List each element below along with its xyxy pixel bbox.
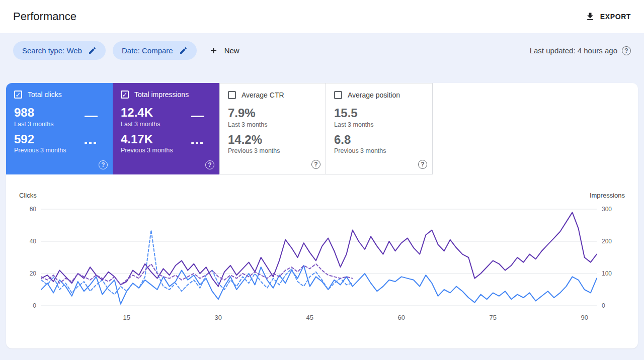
svg-text:45: 45 [306, 314, 313, 321]
metric-tile-average-ctr[interactable]: Average CTR 7.9% Last 3 months 14.2% Pre… [219, 83, 326, 174]
secondary-value: 6.8 [334, 133, 386, 147]
primary-caption: Last 3 months [121, 121, 160, 128]
primary-value: 988 [14, 106, 54, 120]
secondary-caption: Previous 3 months [334, 147, 386, 154]
primary-value: 7.9% [228, 106, 268, 120]
impressions-axis-title: Impressions [590, 192, 625, 199]
chip-search-type-label: Search type: Web [22, 46, 82, 55]
performance-card: Total clicks 988 Last 3 months 592 Previ… [6, 83, 638, 348]
checkbox-total-clicks[interactable] [14, 91, 22, 99]
secondary-caption: Previous 3 months [228, 147, 280, 154]
checkbox-average-position[interactable] [334, 91, 342, 99]
secondary-value: 592 [14, 132, 66, 146]
pencil-icon [88, 46, 97, 55]
metric-tile-average-position[interactable]: Average position 15.5 Last 3 months 6.8 … [326, 83, 433, 174]
metric-tile-total-impressions[interactable]: Total impressions 12.4K Last 3 months 4.… [113, 83, 219, 174]
export-label: EXPORT [600, 13, 631, 21]
secondary-caption: Previous 3 months [14, 147, 66, 154]
solid-line-indicator [85, 116, 98, 117]
series-clicks-previous [41, 230, 353, 295]
primary-caption: Last 3 months [14, 121, 54, 128]
last-updated: Last updated: 4 hours ago ? [530, 46, 631, 55]
new-filter-label: New [224, 46, 239, 55]
app-header: Performance EXPORT [0, 0, 644, 33]
plus-icon [209, 46, 218, 55]
help-icon[interactable]: ? [622, 46, 631, 55]
chip-search-type[interactable]: Search type: Web [13, 41, 106, 60]
primary-caption: Last 3 months [228, 121, 268, 128]
metric-tile-total-clicks[interactable]: Total clicks 988 Last 3 months 592 Previ… [6, 83, 113, 174]
secondary-value: 14.2% [228, 133, 280, 147]
svg-text:60: 60 [30, 206, 37, 213]
svg-text:200: 200 [602, 238, 612, 245]
chip-date-compare[interactable]: Date: Compare [113, 41, 197, 60]
help-icon[interactable]: ? [99, 160, 108, 169]
primary-value: 15.5 [334, 106, 374, 120]
primary-value: 12.4K [121, 106, 160, 120]
svg-text:40: 40 [30, 238, 37, 245]
chart-section: Clicks Impressions 002010040200603001530… [6, 174, 638, 323]
filter-bar: Search type: Web Date: Compare New Last … [0, 33, 644, 60]
svg-text:100: 100 [602, 270, 612, 277]
new-filter-button[interactable]: New [209, 46, 239, 55]
svg-text:30: 30 [215, 314, 222, 321]
primary-caption: Last 3 months [334, 121, 374, 128]
export-button[interactable]: EXPORT [585, 12, 631, 22]
svg-text:0: 0 [602, 302, 605, 309]
tile-label: Total impressions [134, 91, 189, 99]
dashed-line-indicator [85, 142, 98, 144]
dashed-line-indicator [191, 142, 204, 144]
checkbox-total-impressions[interactable] [121, 91, 129, 99]
help-icon[interactable]: ? [205, 160, 214, 169]
secondary-caption: Previous 3 months [121, 147, 173, 154]
chip-date-compare-label: Date: Compare [122, 46, 173, 55]
pencil-icon [179, 46, 188, 55]
metric-tiles: Total clicks 988 Last 3 months 592 Previ… [6, 83, 638, 174]
svg-text:75: 75 [490, 314, 497, 321]
help-icon[interactable]: ? [418, 160, 427, 169]
svg-text:20: 20 [30, 270, 37, 277]
tile-label: Total clicks [28, 91, 62, 99]
solid-line-indicator [191, 116, 204, 117]
svg-text:15: 15 [123, 314, 130, 321]
secondary-value: 4.17K [121, 132, 173, 146]
svg-text:300: 300 [602, 206, 612, 213]
last-updated-text: Last updated: 4 hours ago [530, 46, 617, 55]
svg-text:60: 60 [398, 314, 405, 321]
svg-text:90: 90 [581, 314, 588, 321]
clicks-axis-title: Clicks [19, 192, 37, 199]
help-icon[interactable]: ? [311, 160, 320, 169]
performance-chart: 00201004020060300153045607590 [18, 203, 626, 323]
tile-label: Average CTR [242, 91, 284, 99]
series-clicks-current [41, 265, 597, 304]
tile-label: Average position [348, 91, 400, 99]
page-title: Performance [13, 10, 76, 23]
svg-text:0: 0 [33, 302, 36, 309]
checkbox-average-ctr[interactable] [228, 91, 236, 99]
download-icon [585, 12, 595, 22]
